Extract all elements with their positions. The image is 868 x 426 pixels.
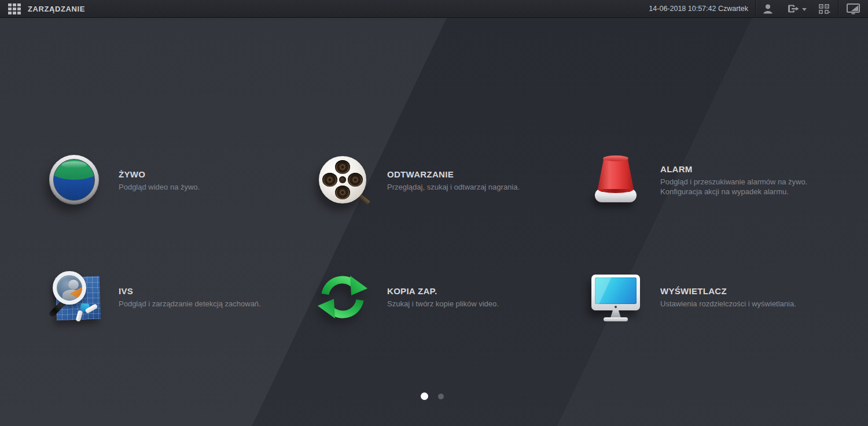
menu-item-backup[interactable]: KOPIA ZAP. Szukaj i twórz kopie plików v… [317,271,499,323]
display-output-button[interactable] [838,0,868,18]
menu-item-description: Podgląd i zarządzanie detekcją zachowań. [119,299,261,309]
menu-item-description: Podgląd i przeszukiwanie alarmów na żywo… [660,177,841,197]
menu-item-description: Ustawienia rozdzielczości i wyświetlania… [660,299,796,309]
menu-item-text: ODTWARZANIE Przeglądaj, szukaj i odtwarz… [387,169,520,192]
caret-down-icon [802,8,807,11]
user-button[interactable] [756,0,780,18]
menu-item-playback[interactable]: ODTWARZANIE Przeglądaj, szukaj i odtwarz… [317,154,520,206]
user-icon [762,3,774,14]
datetime-display: 14-06-2018 10:57:42 Czwartek [649,5,748,13]
menu-item-title: IVS [119,286,261,296]
page-dot-2[interactable] [438,394,444,399]
menu-item-title: WYŚWIETLACZ [660,286,796,296]
menu-item-display[interactable]: WYŚWIETLACZ Ustawienia rozdzielczości i … [590,271,796,323]
sync-arrows-icon [317,271,369,323]
live-view-lens-icon [48,154,100,206]
topbar: ZARZĄDZANIE 14-06-2018 10:57:42 Czwartek [0,0,868,18]
display-output-icon [847,3,860,14]
topbar-right: 14-06-2018 10:57:42 Czwartek [649,0,868,17]
menu-item-text: ALARM Podgląd i przeszukiwanie alarmów n… [660,164,841,197]
apps-grid-icon [8,3,21,14]
menu-item-title: KOPIA ZAP. [387,286,499,296]
menu-item-text: KOPIA ZAP. Szukaj i twórz kopie plików v… [387,286,499,309]
menu-item-title: ODTWARZANIE [387,169,520,179]
menu-item-alarm[interactable]: ALARM Podgląd i przeszukiwanie alarmów n… [590,154,841,206]
topbar-left: ZARZĄDZANIE [0,0,85,17]
monitor-icon [590,271,642,323]
film-reel-icon [317,154,369,206]
page-dot-1[interactable] [421,392,428,400]
qr-code-icon [819,4,830,14]
logout-icon [787,3,799,14]
qr-code-button[interactable] [811,0,838,18]
menu-item-title: ŻYWO [119,169,200,179]
menu-item-title: ALARM [660,164,841,174]
management-home-screen: ZARZĄDZANIE 14-06-2018 10:57:42 Czwartek [0,0,868,426]
main-area: ŻYWO Podgląd wideo na żywo. ODTWARZANIE … [0,18,868,426]
menu-item-description: Przeglądaj, szukaj i odtwarzaj nagrania. [387,182,520,192]
menu-item-text: WYŚWIETLACZ Ustawienia rozdzielczości i … [660,286,796,309]
apps-grid-button[interactable] [0,0,28,17]
menu-item-text: ŻYWO Podgląd wideo na żywo. [119,169,200,192]
pagination-dots [0,392,865,400]
logout-button[interactable] [780,0,811,18]
menu-item-live[interactable]: ŻYWO Podgląd wideo na żywo. [48,154,200,206]
menu-item-description: Szukaj i twórz kopie plików video. [387,299,499,309]
magnifier-analytics-icon [48,271,100,323]
menu-item-ivs[interactable]: IVS Podgląd i zarządzanie detekcją zacho… [48,271,261,323]
page-title: ZARZĄDZANIE [28,5,85,13]
menu-item-description: Podgląd wideo na żywo. [119,182,200,192]
menu-item-text: IVS Podgląd i zarządzanie detekcją zacho… [119,286,261,309]
siren-icon [590,154,642,206]
